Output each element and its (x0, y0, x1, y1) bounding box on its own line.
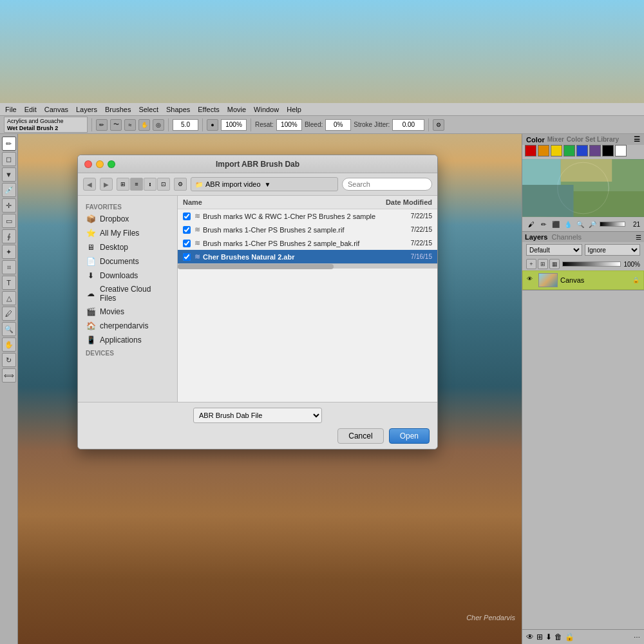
view-list-btn[interactable]: ≡ (130, 178, 143, 191)
swatch-orange[interactable] (538, 145, 549, 156)
channels-tab[interactable]: Channels (551, 233, 581, 241)
menu-effects[interactable]: Effects (198, 106, 219, 113)
tool-mirror[interactable]: ⟺ (2, 368, 16, 383)
merge-icon[interactable]: ⬇ (545, 632, 552, 641)
eye-icon[interactable]: 👁 (526, 632, 534, 641)
tool-fill[interactable]: ▼ (2, 167, 16, 182)
circle-icon[interactable]: ◎ (153, 119, 164, 131)
swatch-blue[interactable] (576, 145, 588, 156)
bleed-input[interactable] (325, 119, 351, 131)
color-tab[interactable]: Color (526, 136, 545, 144)
tool-rotate[interactable]: ↻ (2, 353, 16, 367)
brush-variant-icon[interactable]: ✏ (96, 119, 108, 131)
tool-lasso[interactable]: ∮ (2, 229, 16, 243)
file-checkbox-0[interactable] (183, 213, 191, 220)
open-button[interactable]: Open (389, 428, 430, 444)
tool-eraser[interactable]: ◻ (2, 152, 16, 166)
layer-lock-icon[interactable]: 🔒 (632, 277, 639, 283)
tool-move[interactable]: ✛ (2, 198, 16, 213)
menu-canvas[interactable]: Canvas (44, 106, 68, 113)
blend-mode-select[interactable]: Default (526, 244, 582, 256)
menu-edit[interactable]: Edit (24, 106, 37, 113)
sidebar-item-desktop[interactable]: 🖥 Desktop (78, 240, 177, 254)
swatch-black[interactable] (602, 145, 614, 156)
format-select[interactable]: ABR Brush Dab File All Files (193, 408, 322, 423)
menu-select[interactable]: Select (138, 106, 158, 113)
swatch-purple[interactable] (589, 145, 601, 156)
view-icon-btn[interactable]: ⊞ (117, 178, 129, 191)
copy-icon[interactable]: ⊞ (536, 632, 543, 641)
tool-crop[interactable]: ⌗ (2, 260, 16, 274)
brush-tool-6[interactable]: 🔎 (587, 219, 598, 229)
wave-icon[interactable]: ≈ (124, 119, 136, 131)
menu-shapes[interactable]: Shapes (166, 106, 190, 113)
file-item-0[interactable]: ≋ Brush marks WC & RWC 1-Cher PS Brushes… (178, 209, 437, 223)
menu-layers[interactable]: Layers (76, 106, 97, 113)
tool-eyedropper[interactable]: 💉 (2, 183, 16, 197)
group-layer-btn[interactable]: ▦ (549, 259, 560, 269)
menu-window[interactable]: Window (254, 106, 279, 113)
tool-hand-pan[interactable]: ✋ (2, 337, 16, 352)
search-input[interactable] (342, 178, 432, 191)
nav-forward-btn[interactable]: ▶ (100, 178, 113, 191)
maximize-button[interactable] (108, 160, 115, 168)
color-wheel-area[interactable] (522, 159, 644, 217)
tool-pen[interactable]: 🖊 (2, 307, 16, 321)
color-opacity-slider[interactable] (600, 222, 625, 227)
library-tab[interactable]: Color Set Library (567, 136, 619, 143)
layer-visibility-icon[interactable]: 👁 (527, 276, 536, 285)
sidebar-item-dropbox[interactable]: 📦 Dropbox (78, 212, 177, 226)
close-button[interactable] (84, 160, 92, 168)
layers-menu-icon[interactable]: ☰ (636, 234, 641, 241)
cancel-button[interactable]: Cancel (337, 428, 383, 444)
view-options-btn[interactable]: ⚙ (174, 178, 187, 191)
mixer-tab[interactable]: Mixer (547, 136, 564, 143)
file-list-scrollbar[interactable] (178, 263, 437, 269)
lock-icon[interactable]: 🔒 (565, 632, 574, 641)
properties-icon[interactable]: ⚙ (433, 119, 444, 131)
opacity-icon[interactable]: ● (207, 119, 218, 131)
file-checkbox-3[interactable] (183, 253, 191, 261)
sidebar-item-creative-cloud[interactable]: ☁ Creative Cloud Files (78, 283, 177, 305)
file-item-1[interactable]: ≋ Brush marks 1-Cher PS Brushes 2 sample… (178, 223, 437, 236)
layer-opacity-slider[interactable] (562, 261, 621, 267)
tool-text[interactable]: T (2, 276, 16, 290)
ignore-mode-select[interactable]: Ignore (585, 244, 641, 256)
collapse-icon[interactable]: ⋯ (634, 634, 640, 641)
scrollbar-thumb[interactable] (178, 264, 334, 269)
tool-shape[interactable]: △ (2, 291, 16, 305)
size-input[interactable] (173, 119, 198, 131)
brush-info[interactable]: Acrylics and Gouache Wet Detail Brush 2 (4, 117, 88, 133)
brush-tool-1[interactable]: 🖌 (526, 219, 536, 229)
tool-select[interactable]: ▭ (2, 214, 16, 228)
bristle-icon[interactable]: 〜 (110, 119, 122, 131)
swatch-red[interactable] (525, 145, 536, 156)
sidebar-item-downloads[interactable]: ⬇ Downloads (78, 269, 177, 283)
file-checkbox-1[interactable] (183, 226, 191, 234)
file-item-3[interactable]: ≋ Cher Brushes Natural 2.abr 7/16/15 (178, 250, 437, 263)
swatch-green[interactable] (564, 145, 575, 156)
stroke-jitter-input[interactable] (392, 119, 424, 131)
brush-tool-3[interactable]: ⬛ (551, 219, 561, 229)
hand-icon[interactable]: ✋ (138, 119, 150, 131)
resat-input[interactable] (276, 119, 302, 131)
tool-zoom[interactable]: 🔍 (2, 322, 16, 336)
opacity-input[interactable] (221, 119, 247, 131)
menu-file[interactable]: File (5, 106, 17, 113)
menu-movie[interactable]: Movie (227, 106, 246, 113)
file-item-2[interactable]: ≋ Brush marks 1-Cher PS Brushes 2 sample… (178, 236, 437, 250)
sidebar-item-all-my-files[interactable]: ⭐ All My Files (78, 226, 177, 240)
canvas-layer-row[interactable]: 👁 Canvas 🔒 (522, 270, 644, 290)
sidebar-item-movies[interactable]: 🎬 Movies (78, 305, 177, 319)
copy-layer-btn[interactable]: ⊞ (538, 259, 548, 269)
new-layer-btn[interactable]: + (526, 259, 536, 269)
sidebar-item-documents[interactable]: 📄 Documents (78, 254, 177, 269)
tool-magic-wand[interactable]: ✦ (2, 245, 16, 259)
tool-brush[interactable]: ✏ (2, 137, 16, 151)
swatch-yellow[interactable] (551, 145, 562, 156)
layers-tab[interactable]: Layers (525, 233, 547, 241)
brush-tool-2[interactable]: ✏ (538, 219, 549, 229)
panel-menu-icon[interactable]: ☰ (634, 135, 640, 144)
menu-help[interactable]: Help (287, 106, 301, 113)
view-columns-btn[interactable]: ⫾ (144, 178, 156, 191)
